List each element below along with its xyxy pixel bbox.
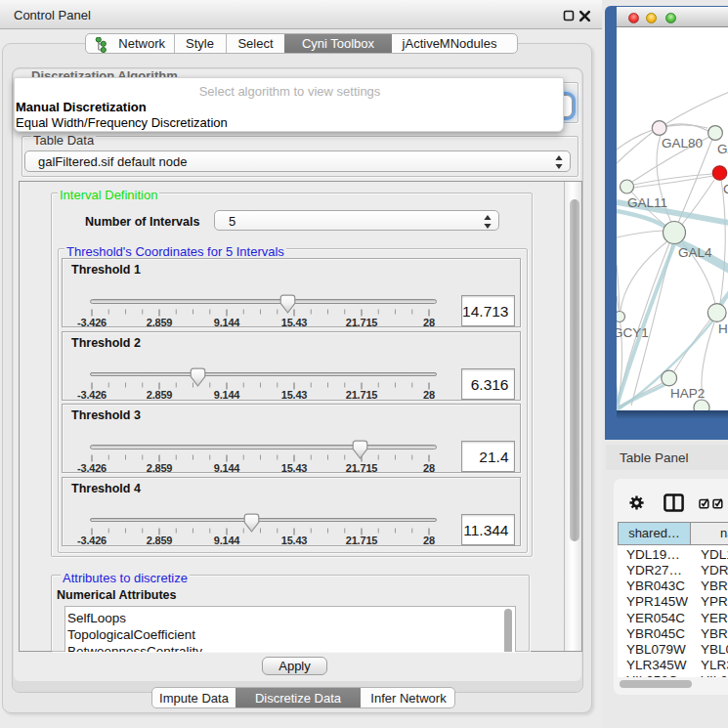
svg-text:GA: GA (717, 142, 728, 156)
svg-text:HAP2: HAP2 (670, 386, 705, 401)
svg-text:G: G (723, 182, 728, 196)
svg-text:GCY1: GCY1 (617, 325, 649, 340)
svg-text:GAL80: GAL80 (662, 136, 703, 150)
svg-text:HI: HI (718, 321, 728, 336)
svg-text:GAL11: GAL11 (627, 195, 667, 210)
svg-text:GAL4: GAL4 (678, 245, 712, 260)
